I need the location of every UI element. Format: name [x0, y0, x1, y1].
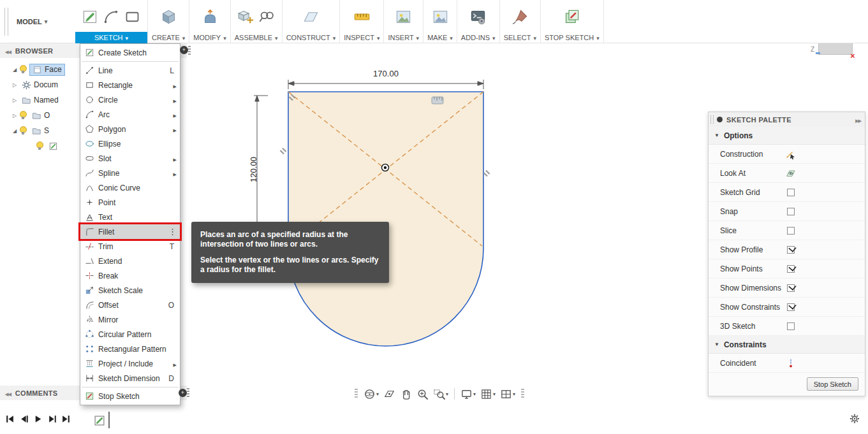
tab-stop-sketch[interactable]: STOP SKETCH — [541, 32, 603, 43]
tb-make-icon[interactable] — [432, 8, 449, 25]
zoom-window-button[interactable]: ▾ — [432, 387, 450, 401]
menu-item-mirror[interactable]: Mirror — [80, 312, 180, 327]
tree-expander-icon[interactable]: ◢ — [10, 67, 19, 73]
menu-item-conic-curve[interactable]: Conic Curve — [80, 180, 180, 195]
parallel-constraint-icon[interactable] — [289, 94, 295, 100]
menu-item-sketch-scale[interactable]: Sketch Scale — [80, 283, 180, 298]
tb-create-sketch-icon[interactable] — [82, 8, 99, 25]
tab-construct[interactable]: CONSTRUCT — [283, 32, 340, 43]
tree-expander-icon[interactable]: ◢ — [10, 128, 19, 134]
play-button[interactable] — [33, 414, 43, 424]
tree-expander-icon[interactable]: ▷ — [10, 82, 19, 88]
tb-select-icon[interactable] — [511, 8, 529, 25]
menu-item-ellipse[interactable]: Ellipse — [80, 136, 180, 151]
step-back-button[interactable] — [19, 414, 29, 424]
visibility-bulb-icon[interactable] — [19, 126, 27, 135]
menu-item-break[interactable]: Break — [80, 268, 180, 283]
show-profile-checkbox[interactable] — [787, 246, 795, 254]
browser-item-chip[interactable] — [46, 141, 63, 152]
navbar-grip[interactable] — [521, 389, 524, 399]
tb-plane-icon[interactable] — [302, 8, 320, 25]
timeline-position-marker[interactable] — [108, 412, 110, 428]
browser-item-chip[interactable]: Face — [29, 64, 65, 76]
menu-item-line[interactable]: LineL — [80, 63, 180, 78]
tab-add-ins[interactable]: ADD-INS — [457, 32, 499, 43]
parallel-constraint-icon[interactable] — [483, 170, 489, 176]
tb-joint-icon[interactable] — [258, 8, 276, 25]
display-settings-button[interactable]: ▾ — [459, 387, 477, 401]
menu-item-offset[interactable]: OffsetO — [80, 298, 180, 312]
grid-settings-button[interactable]: ▾ — [479, 387, 497, 401]
tab-assemble[interactable]: ASSEMBLE — [231, 32, 282, 43]
tb-rect-icon[interactable] — [124, 8, 141, 25]
show-constraints-checkbox[interactable] — [787, 303, 795, 311]
menu-item-arc[interactable]: Arc — [80, 107, 180, 122]
sketch-icon[interactable] — [93, 413, 106, 428]
tab-select[interactable]: SELECT — [500, 32, 540, 43]
panel-grip[interactable] — [188, 46, 191, 56]
menu-item-trim[interactable]: TrimT — [80, 239, 180, 254]
collapse-left-icon[interactable] — [0, 389, 15, 397]
tree-expander-icon[interactable]: ▷ — [10, 113, 19, 119]
chevron-down-icon[interactable]: ▾ — [493, 391, 496, 397]
look-at-button[interactable] — [382, 387, 397, 401]
chevron-down-icon[interactable]: ▾ — [446, 391, 448, 397]
collapse-right-icon[interactable] — [855, 116, 861, 124]
tab-create[interactable]: CREATE — [148, 32, 189, 43]
snap-checkbox[interactable] — [787, 208, 795, 215]
chevron-down-icon[interactable]: ▾ — [513, 391, 515, 397]
timeline-settings-gear-icon[interactable] — [849, 413, 860, 424]
center-sketch-point[interactable] — [382, 164, 389, 171]
menu-item-stop-sketch[interactable]: Stop Sketch — [80, 389, 180, 403]
orbit-button[interactable]: ▾ — [362, 387, 380, 401]
menu-item-rectangular-pattern[interactable]: Rectangular Pattern — [80, 342, 180, 356]
menu-item-sketch-dimension[interactable]: Sketch DimensionD — [80, 371, 180, 386]
zoom-button[interactable] — [415, 387, 430, 401]
menu-item-rectangle[interactable]: Rectangle — [80, 78, 180, 92]
tb-image-icon[interactable] — [395, 8, 412, 25]
step-forward-button[interactable] — [47, 414, 57, 424]
height-dimension-value[interactable]: 120.00 — [249, 150, 259, 189]
more-options-icon[interactable] — [168, 227, 177, 236]
browser-item-chip[interactable]: S — [29, 126, 52, 136]
menu-item-fillet[interactable]: Fillet — [80, 224, 180, 239]
tb-addins-icon[interactable] — [469, 8, 487, 25]
tab-modify[interactable]: MODIFY — [189, 32, 230, 43]
palette-section-constraints[interactable]: Constraints — [709, 336, 865, 354]
show-dimensions-checkbox[interactable] — [787, 284, 795, 292]
menu-item-create-sketch[interactable]: Create Sketch — [80, 45, 180, 60]
workspace-selector[interactable]: MODEL — [17, 0, 47, 43]
viewports-button[interactable]: ▾ — [499, 387, 517, 401]
menu-item-slot[interactable]: Slot — [80, 151, 180, 166]
tb-measure-icon[interactable] — [353, 8, 371, 25]
visibility-bulb-icon[interactable] — [19, 65, 27, 74]
skip-end-button[interactable] — [61, 414, 71, 424]
toolbar-grip[interactable] — [4, 8, 8, 36]
tab-sketch[interactable]: SKETCH — [75, 32, 147, 43]
3d-sketch-checkbox[interactable] — [787, 322, 795, 330]
navbar-grip[interactable] — [355, 389, 358, 399]
tb-presspull-icon[interactable] — [202, 8, 219, 25]
pan-button[interactable] — [399, 387, 413, 401]
collapse-left-icon[interactable] — [0, 47, 15, 55]
tb-component-icon[interactable] — [237, 8, 254, 25]
menu-item-extend[interactable]: Extend — [80, 254, 180, 268]
width-dimension-value[interactable]: 170.00 — [367, 69, 405, 78]
parallel-constraint-icon[interactable] — [280, 148, 286, 154]
chevron-down-icon[interactable]: ▾ — [376, 391, 379, 397]
sketch-grid-checkbox[interactable] — [787, 189, 795, 196]
menu-item-polygon[interactable]: Polygon — [80, 122, 180, 136]
tab-inspect[interactable]: INSPECT — [340, 32, 383, 43]
browser-item-chip[interactable]: Docum — [19, 80, 61, 90]
menu-item-point[interactable]: Point — [80, 195, 180, 210]
browser-item-chip[interactable]: Named — [19, 95, 61, 106]
skip-start-button[interactable] — [5, 414, 15, 424]
chevron-down-icon[interactable]: ▾ — [473, 391, 476, 397]
browser-item-chip[interactable]: O — [29, 110, 52, 121]
tb-arc-icon[interactable] — [103, 8, 120, 25]
menu-item-project-include[interactable]: Project / Include — [80, 356, 180, 371]
tb-extrude-icon[interactable] — [160, 8, 177, 25]
look-at-plane-icon[interactable] — [786, 168, 796, 178]
visibility-bulb-icon[interactable] — [36, 141, 43, 150]
menu-item-circular-pattern[interactable]: Circular Pattern — [80, 327, 180, 342]
